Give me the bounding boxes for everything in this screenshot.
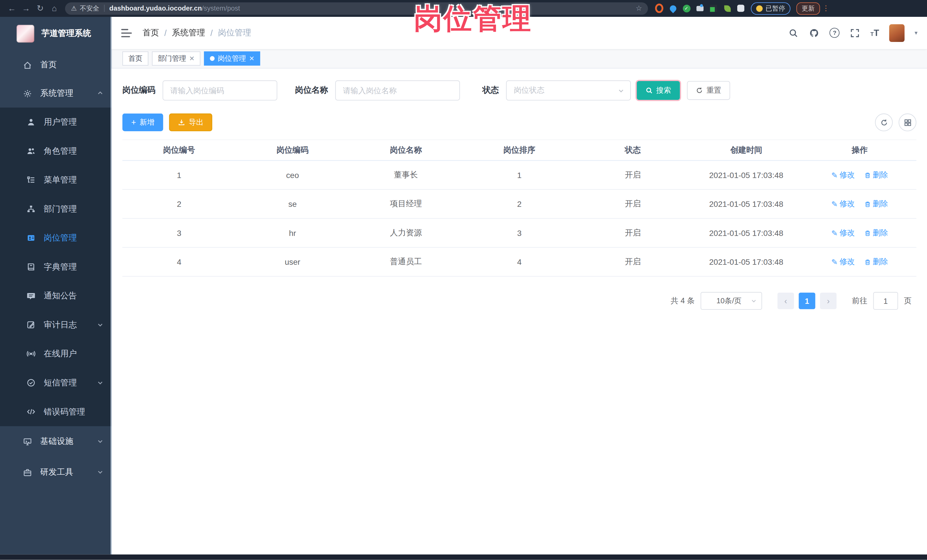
active-dot — [210, 56, 215, 61]
sidebar-item-notice[interactable]: 通知公告 — [0, 281, 112, 310]
add-button[interactable]: + 新增 — [122, 114, 163, 131]
address-bar[interactable]: ⚠ 不安全 dashboard.yudao.iocoder.cn /system… — [65, 2, 648, 15]
sidebar-item-infrastructure[interactable]: 基础设施 — [0, 426, 112, 457]
refresh-button[interactable] — [875, 114, 893, 131]
infra-icon — [23, 437, 32, 446]
help-icon[interactable]: ? — [830, 28, 840, 38]
not-secure-warning-icon: ⚠ — [71, 5, 77, 12]
reload-icon[interactable]: ↻ — [33, 0, 47, 17]
edit-link[interactable]: ✎修改 — [831, 228, 855, 238]
close-icon[interactable]: ✕ — [189, 55, 195, 62]
extension-puzzle-icon[interactable] — [737, 4, 745, 12]
search-form: 岗位编码 岗位名称 状态 岗位状态 搜索 重置 — [122, 80, 916, 100]
trash-icon — [864, 172, 871, 178]
sidebar-item-menus[interactable]: 菜单管理 — [0, 165, 112, 194]
goto-page-input[interactable] — [873, 292, 898, 310]
sidebar-item-posts[interactable]: 岗位管理 — [0, 223, 112, 252]
table-row: 4 user 普通员工 4 开启 2021-01-05 17:03:48 ✎修改… — [122, 247, 916, 277]
export-button[interactable]: 导出 — [169, 114, 212, 131]
fullscreen-icon[interactable] — [849, 27, 860, 38]
status-label: 状态 — [482, 85, 499, 96]
online-icon — [26, 349, 35, 358]
sidebar-item-home[interactable]: 首页 — [0, 51, 112, 79]
reset-button[interactable]: 重置 — [687, 81, 730, 100]
log-icon — [26, 320, 35, 329]
search-icon — [646, 87, 653, 94]
extension-gm-icon[interactable] — [710, 4, 718, 12]
font-size-icon[interactable]: TT — [871, 28, 879, 38]
delete-link[interactable]: 删除 — [864, 256, 888, 267]
forward-icon[interactable]: → — [19, 0, 33, 17]
github-icon[interactable] — [809, 27, 819, 38]
extension-orange-icon[interactable] — [655, 4, 663, 12]
sidebar-item-roles[interactable]: 角色管理 — [0, 137, 112, 166]
post-code-input[interactable] — [163, 80, 277, 100]
update-button[interactable]: 更新 — [796, 2, 820, 15]
tab-home[interactable]: 首页 — [122, 52, 148, 65]
sidebar-item-system[interactable]: 系统管理 — [0, 79, 112, 108]
breadcrumb-home[interactable]: 首页 — [142, 27, 159, 38]
url-host: dashboard.yudao.iocoder.cn — [109, 5, 202, 12]
edit-link[interactable]: ✎修改 — [831, 170, 855, 180]
browser-toolbar: ← → ↻ ⌂ ⚠ 不安全 dashboard.yudao.iocoder.cn… — [0, 0, 927, 17]
window-bottom-edge — [0, 555, 927, 560]
sidebar-item-errorcode[interactable]: 错误码管理 — [0, 397, 112, 426]
screen: ← → ↻ ⌂ ⚠ 不安全 dashboard.yudao.iocoder.cn… — [0, 0, 927, 560]
paused-badge[interactable]: 已暂停 — [751, 2, 790, 15]
page-size-select[interactable]: 10条/页 — [701, 292, 762, 310]
sidebar-item-sms[interactable]: 短信管理 — [0, 368, 112, 398]
chevron-down-icon — [97, 467, 103, 477]
bookmark-star-icon[interactable]: ☆ — [636, 4, 642, 12]
sidebar-item-devtools[interactable]: 研发工具 — [0, 457, 112, 488]
chevron-down-icon[interactable]: ▾ — [915, 30, 917, 36]
search-icon[interactable] — [788, 27, 799, 38]
edit-icon: ✎ — [831, 171, 838, 179]
extension-pin-icon[interactable] — [669, 4, 677, 12]
back-icon[interactable]: ← — [5, 0, 19, 17]
col-actions: 操作 — [803, 145, 916, 155]
col-status: 状态 — [576, 145, 690, 155]
sidebar-item-auditlog[interactable]: 审计日志 — [0, 310, 112, 340]
top-navbar: 首页 / 系统管理 / 岗位管理 ? TT ▾ — [112, 17, 927, 49]
goto-label: 前往 — [852, 296, 867, 306]
sidebar-item-dict[interactable]: 字典管理 — [0, 252, 112, 282]
current-page-button[interactable]: 1 — [799, 293, 815, 309]
emoji-icon — [756, 5, 763, 12]
extension-leaf-icon[interactable] — [723, 4, 731, 12]
status-select[interactable]: 岗位状态 — [506, 80, 631, 100]
sidebar-item-users[interactable]: 用户管理 — [0, 108, 112, 137]
tab-posts[interactable]: 岗位管理 ✕ — [204, 52, 260, 65]
prev-page-button[interactable]: ‹ — [778, 293, 794, 309]
breadcrumb: 首页 / 系统管理 / 岗位管理 — [142, 27, 251, 38]
sidebar-item-online-users[interactable]: 在线用户 — [0, 339, 112, 368]
browser-menu-icon[interactable]: ⋮ — [822, 4, 830, 12]
org-tree-icon — [26, 204, 35, 214]
sidebar-item-departments[interactable]: 部门管理 — [0, 194, 112, 224]
column-settings-button[interactable] — [899, 114, 916, 131]
delete-link[interactable]: 删除 — [864, 228, 888, 238]
tab-departments[interactable]: 部门管理 ✕ — [152, 52, 201, 65]
chevron-down-icon — [97, 378, 103, 387]
trash-icon — [864, 230, 871, 236]
table-row: 3 hr 人力资源 3 开启 2021-01-05 17:03:48 ✎修改 删… — [122, 219, 916, 248]
extension-tray-icon[interactable] — [696, 4, 704, 12]
edit-link[interactable]: ✎修改 — [831, 256, 855, 267]
post-name-label: 岗位名称 — [295, 85, 328, 96]
close-icon[interactable]: ✕ — [249, 55, 254, 62]
megaphone-icon — [26, 291, 35, 300]
home-icon[interactable]: ⌂ — [47, 0, 62, 17]
next-page-button[interactable]: › — [820, 293, 837, 309]
col-post-sort: 岗位排序 — [463, 145, 576, 155]
search-button[interactable]: 搜索 — [637, 81, 680, 100]
chevron-down-icon — [618, 87, 624, 94]
col-post-id: 岗位编号 — [122, 145, 236, 155]
post-name-input[interactable] — [335, 80, 460, 100]
delete-link[interactable]: 删除 — [864, 199, 888, 209]
breadcrumb-system[interactable]: 系统管理 — [172, 27, 205, 38]
delete-link[interactable]: 删除 — [864, 170, 888, 180]
edit-link[interactable]: ✎修改 — [831, 199, 855, 209]
extension-check-icon[interactable]: ✓ — [682, 4, 690, 12]
book-icon — [26, 262, 35, 272]
avatar[interactable] — [889, 24, 904, 42]
hamburger-icon[interactable] — [121, 29, 132, 37]
